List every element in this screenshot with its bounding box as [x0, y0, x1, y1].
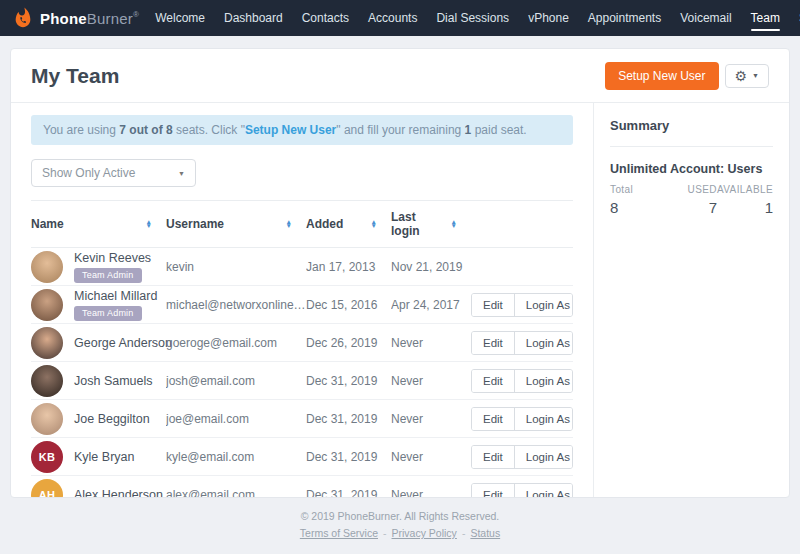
sort-icon[interactable]: ▲▼: [286, 220, 292, 229]
name-block: Kyle Bryan: [74, 450, 134, 464]
stat-used-value: 7: [663, 199, 716, 216]
edit-button[interactable]: Edit: [472, 294, 514, 316]
sort-icon[interactable]: ▲▼: [371, 220, 377, 229]
table-row: Michael MillardTeam Adminmichael@networx…: [31, 286, 573, 324]
nav-item-voicemail[interactable]: Voicemail: [680, 0, 731, 36]
cell-actions: EditLogin As: [471, 407, 573, 431]
login-as-button[interactable]: Login As: [514, 484, 573, 498]
table-row: Kevin ReevesTeam AdminkevinJan 17, 2013N…: [31, 248, 573, 286]
nav-item-accounts[interactable]: Accounts: [368, 0, 417, 36]
setup-new-user-button[interactable]: Setup New User: [605, 62, 718, 90]
banner-text: seats. Click ": [173, 123, 245, 137]
avatar: AH: [31, 479, 63, 498]
cell-username: kyle@email.com: [166, 450, 306, 464]
table-row: George Andersongoeroge@email.comDec 26, …: [31, 324, 573, 362]
table-header-row: Name▲▼Username▲▼Added▲▼Last login▲▼: [31, 200, 573, 248]
table-row: KBKyle Bryankyle@email.comDec 31, 2019Ne…: [31, 438, 573, 476]
footer-link-terms-of-service[interactable]: Terms of Service: [300, 527, 378, 539]
nav-item-appointments[interactable]: Appointments: [588, 0, 661, 36]
name-block: Kevin ReevesTeam Admin: [74, 251, 151, 283]
stat-available-label: AVAILABLE: [717, 184, 773, 195]
stat-total-value: 8: [610, 199, 663, 216]
sort-icon[interactable]: ▲▼: [451, 220, 457, 229]
column-header-label: Last login: [391, 210, 442, 238]
banner-text: " and fill your remaining: [336, 123, 464, 137]
name-block: Joe Beggilton: [74, 412, 150, 426]
column-header-last-login: Last login▲▼: [391, 210, 471, 238]
row-action-group: EditLogin As: [471, 293, 573, 317]
cell-name: KBKyle Bryan: [31, 441, 166, 473]
user-full-name: Kyle Bryan: [74, 450, 134, 464]
footer-links: Terms of Service-Privacy Policy-Status: [0, 527, 800, 539]
column-header-label: Added: [306, 217, 343, 231]
cell-last-login: Never: [391, 450, 471, 464]
user-full-name: Josh Samuels: [74, 374, 153, 388]
cell-last-login: Never: [391, 412, 471, 426]
edit-button[interactable]: Edit: [472, 370, 514, 392]
cell-name: George Anderson: [31, 327, 166, 359]
gear-caret-icon: ▼: [752, 72, 759, 79]
filter-caret-icon: ▼: [178, 170, 185, 177]
brand-name: PhoneBurner®: [40, 10, 139, 27]
card-header: My Team Setup New User ⚙ ▼: [11, 49, 789, 103]
row-action-group: EditLogin As: [471, 331, 573, 355]
phoneburner-logo[interactable]: PhoneBurner®: [12, 7, 139, 29]
team-main-panel: You are using 7 out of 8 seats. Click "S…: [11, 103, 593, 497]
stat-available: AVAILABLE 1: [717, 184, 773, 216]
avatar: [31, 403, 63, 435]
login-as-button[interactable]: Login As: [514, 446, 573, 468]
settings-gear-button[interactable]: ⚙ ▼: [725, 64, 770, 88]
name-block: Alex Henderson: [74, 488, 163, 498]
sort-down-icon: ▼: [371, 224, 377, 229]
user-full-name: Kevin Reeves: [74, 251, 151, 265]
cell-last-login: Never: [391, 488, 471, 498]
name-block: Josh Samuels: [74, 374, 153, 388]
nav-item-dashboard[interactable]: Dashboard: [224, 0, 283, 36]
sort-icon[interactable]: ▲▼: [146, 220, 152, 229]
name-block: George Anderson: [74, 336, 172, 350]
login-as-button[interactable]: Login As: [514, 370, 573, 392]
account-type-label: Unlimited Account: Users: [610, 162, 773, 176]
avatar: [31, 327, 63, 359]
stat-total: Total 8: [610, 184, 663, 216]
stat-used: USED 7: [663, 184, 716, 216]
show-only-active-select[interactable]: Show Only Active ▼: [31, 159, 196, 187]
cell-name: Joe Beggilton: [31, 403, 166, 435]
nav-item-welcome[interactable]: Welcome: [155, 0, 205, 36]
nav-item-team[interactable]: Team: [751, 0, 780, 36]
login-as-button[interactable]: Login As: [514, 294, 573, 316]
user-full-name: Alex Henderson: [74, 488, 163, 498]
stat-available-value: 1: [717, 199, 773, 216]
login-as-button[interactable]: Login As: [514, 408, 573, 430]
header-actions: Setup New User ⚙ ▼: [605, 62, 769, 90]
banner-setup-new-user-link[interactable]: Setup New User: [245, 123, 336, 137]
cell-actions: EditLogin As: [471, 293, 573, 317]
cell-added-date: Dec 26, 2019: [306, 336, 391, 350]
stat-total-label: Total: [610, 184, 663, 195]
edit-button[interactable]: Edit: [472, 408, 514, 430]
footer-link-status[interactable]: Status: [470, 527, 500, 539]
login-as-button[interactable]: Login As: [514, 332, 573, 354]
edit-button[interactable]: Edit: [472, 332, 514, 354]
cell-last-login: Never: [391, 374, 471, 388]
footer-link-privacy-policy[interactable]: Privacy Policy: [392, 527, 457, 539]
cell-username: kevin: [166, 260, 306, 274]
cell-username: alex@email.com: [166, 488, 306, 498]
seats-info-banner: You are using 7 out of 8 seats. Click "S…: [31, 115, 573, 145]
cell-added-date: Jan 17, 2013: [306, 260, 391, 274]
cell-added-date: Dec 15, 2016: [306, 298, 391, 312]
row-action-group: EditLogin As: [471, 483, 573, 498]
nav-item-vphone[interactable]: vPhone: [528, 0, 569, 36]
edit-button[interactable]: Edit: [472, 446, 514, 468]
cell-name: AHAlex Henderson: [31, 479, 166, 498]
column-header-label: Username: [166, 217, 224, 231]
cell-username: michael@networxonline.com: [166, 298, 306, 312]
summary-sidebar: Summary Unlimited Account: Users Total 8…: [593, 103, 789, 497]
my-team-card: My Team Setup New User ⚙ ▼ You are using…: [10, 48, 790, 498]
user-full-name: George Anderson: [74, 336, 172, 350]
sort-down-icon: ▼: [146, 224, 152, 229]
nav-item-contacts[interactable]: Contacts: [302, 0, 349, 36]
edit-button[interactable]: Edit: [472, 484, 514, 498]
row-action-group: EditLogin As: [471, 407, 573, 431]
nav-item-dial-sessions[interactable]: Dial Sessions: [436, 0, 509, 36]
